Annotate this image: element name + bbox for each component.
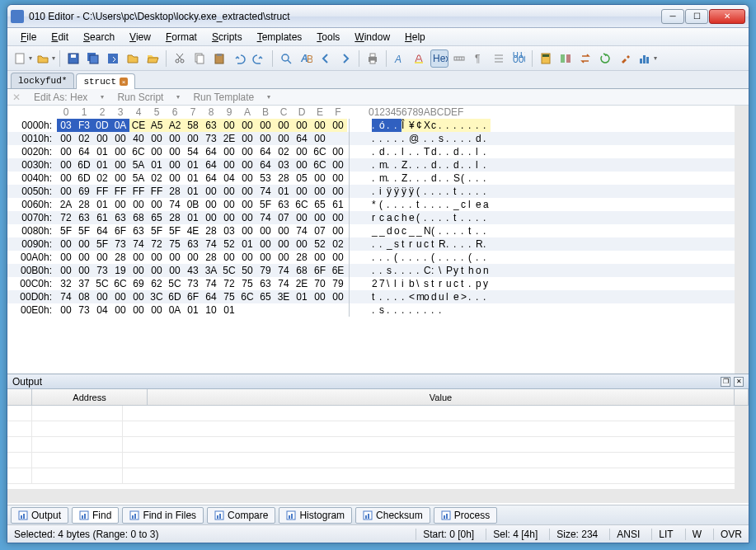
folder-icon[interactable] bbox=[124, 49, 142, 68]
byte-cell[interactable]: 00 bbox=[220, 185, 238, 198]
menu-help[interactable]: Help bbox=[398, 30, 432, 45]
edit-as-label[interactable]: Edit As: Hex bbox=[34, 92, 87, 103]
byte-cell[interactable]: 07 bbox=[275, 211, 293, 224]
menu-view[interactable]: View bbox=[123, 30, 157, 45]
byte-cell[interactable]: 74 bbox=[256, 211, 275, 224]
bottom-tab-find-in-files[interactable]: Find in Files bbox=[122, 507, 204, 524]
byte-cell[interactable]: 28 bbox=[111, 251, 129, 264]
byte-cell[interactable]: 00 bbox=[293, 237, 311, 251]
byte-cell[interactable]: 28 bbox=[75, 198, 93, 211]
byte-cell[interactable]: 00 bbox=[57, 172, 75, 185]
byte-cell[interactable]: 00 bbox=[311, 172, 329, 185]
byte-cell[interactable]: 63 bbox=[184, 237, 202, 251]
byte-cell[interactable]: 3C bbox=[148, 290, 166, 303]
menu-format[interactable]: Format bbox=[159, 30, 204, 45]
byte-cell[interactable]: 75 bbox=[166, 237, 184, 251]
byte-cell[interactable]: 61 bbox=[93, 211, 111, 224]
byte-cell[interactable]: 5C bbox=[93, 277, 111, 290]
byte-cell[interactable]: 02 bbox=[275, 145, 293, 158]
status-ovr[interactable]: OVR bbox=[713, 529, 742, 540]
byte-cell[interactable]: 00 bbox=[238, 185, 256, 198]
byte-cell[interactable]: 68 bbox=[129, 211, 148, 224]
byte-cell[interactable]: 00 bbox=[329, 224, 347, 237]
byte-cell[interactable]: 6D bbox=[75, 158, 93, 172]
titlebar[interactable]: 010 Editor - C:\Users\pc\Desktop\locky.e… bbox=[7, 5, 749, 28]
byte-cell[interactable]: 00 bbox=[166, 145, 184, 158]
close-button[interactable]: ✕ bbox=[709, 9, 745, 24]
byte-cell[interactable]: 07 bbox=[311, 224, 329, 237]
byte-cell[interactable]: 00 bbox=[329, 158, 347, 172]
byte-cell[interactable]: 2E bbox=[220, 132, 238, 145]
byte-cell[interactable]: 00 bbox=[57, 132, 75, 145]
byte-cell[interactable]: 64 bbox=[256, 145, 275, 158]
hex-row[interactable]: 0080h:5F5F646F635F5F4E2803000000740700__… bbox=[7, 224, 749, 237]
byte-cell[interactable]: 00 bbox=[275, 237, 293, 251]
byte-cell[interactable]: 01 bbox=[184, 303, 202, 317]
byte-cell[interactable]: 40 bbox=[129, 132, 148, 145]
ruler-icon[interactable] bbox=[450, 49, 468, 68]
col-value[interactable]: Value bbox=[148, 389, 735, 405]
hex-row[interactable]: 0090h:00005F73747275637452010000005202..… bbox=[7, 237, 749, 251]
ascii-cell[interactable]: .....@...s....d. bbox=[367, 132, 491, 145]
byte-cell[interactable]: 01 bbox=[93, 198, 111, 211]
byte-cell[interactable]: 00 bbox=[238, 251, 256, 264]
byte-cell[interactable]: 01 bbox=[184, 211, 202, 224]
find-text-icon[interactable]: AB bbox=[297, 49, 315, 68]
byte-cell[interactable]: 43 bbox=[184, 264, 202, 277]
col-address[interactable]: Address bbox=[32, 389, 148, 405]
next-icon[interactable] bbox=[336, 49, 355, 68]
byte-cell[interactable]: 00 bbox=[275, 132, 293, 145]
byte-cell[interactable]: 6E bbox=[329, 264, 347, 277]
output-close-icon[interactable]: ✕ bbox=[734, 377, 744, 387]
byte-cell[interactable]: 00 bbox=[311, 132, 329, 145]
tools-icon[interactable] bbox=[616, 49, 634, 68]
byte-cell[interactable]: 00 bbox=[238, 145, 256, 158]
byte-cell[interactable]: 00 bbox=[275, 119, 293, 132]
byte-cell[interactable]: 00 bbox=[57, 145, 75, 158]
folder-open-icon[interactable] bbox=[143, 49, 162, 68]
byte-cell[interactable]: 00 bbox=[220, 211, 238, 224]
byte-cell[interactable]: 00 bbox=[111, 303, 129, 317]
byte-cell[interactable]: 5A bbox=[129, 158, 148, 172]
byte-cell[interactable]: 00 bbox=[111, 198, 129, 211]
byte-cell[interactable]: 79 bbox=[329, 277, 347, 290]
byte-cell[interactable]: 00 bbox=[129, 198, 148, 211]
byte-cell[interactable]: 00 bbox=[93, 251, 111, 264]
paste-icon[interactable] bbox=[210, 49, 228, 68]
byte-cell[interactable]: 01 bbox=[220, 303, 238, 317]
byte-cell[interactable]: 00 bbox=[220, 119, 238, 132]
byte-cell[interactable]: 00 bbox=[311, 119, 329, 132]
search-icon[interactable] bbox=[277, 49, 295, 68]
byte-cell[interactable]: 32 bbox=[57, 277, 75, 290]
byte-cell[interactable]: 03 bbox=[57, 119, 75, 132]
byte-cell[interactable]: 63 bbox=[275, 198, 293, 211]
output-grid[interactable]: Address Value bbox=[7, 389, 749, 505]
byte-cell[interactable]: 00 bbox=[57, 158, 75, 172]
byte-cell[interactable]: 50 bbox=[238, 264, 256, 277]
byte-cell[interactable]: 5F bbox=[148, 224, 166, 237]
byte-cell[interactable]: 00 bbox=[129, 303, 148, 317]
byte-cell[interactable]: 00 bbox=[238, 211, 256, 224]
byte-cell[interactable]: 64 bbox=[202, 158, 220, 172]
byte-cell[interactable]: 00 bbox=[311, 251, 329, 264]
hex-row[interactable]: 0020h:006401006C0000546400006402006C00.d… bbox=[7, 145, 749, 158]
ascii-cell[interactable]: ..s....C:\Python bbox=[367, 264, 491, 277]
byte-cell[interactable]: 10 bbox=[202, 303, 220, 317]
byte-cell[interactable] bbox=[293, 303, 311, 317]
menu-tools[interactable]: Tools bbox=[310, 30, 346, 45]
byte-cell[interactable]: 00 bbox=[329, 172, 347, 185]
byte-cell[interactable]: 00 bbox=[311, 185, 329, 198]
hex-row[interactable]: 00C0h:32375C6C69625C7374727563742E707927… bbox=[7, 277, 749, 290]
byte-cell[interactable]: 00 bbox=[238, 198, 256, 211]
byte-cell[interactable]: 64 bbox=[93, 224, 111, 237]
byte-cell[interactable]: 74 bbox=[129, 237, 148, 251]
save-icon[interactable] bbox=[64, 49, 82, 68]
byte-cell[interactable] bbox=[238, 303, 256, 317]
byte-cell[interactable]: CE bbox=[129, 119, 148, 132]
byte-cell[interactable]: 00 bbox=[111, 172, 129, 185]
grid-hscroll[interactable] bbox=[7, 489, 749, 503]
byte-cell[interactable]: 00 bbox=[111, 158, 129, 172]
byte-cell[interactable]: 6C bbox=[293, 198, 311, 211]
byte-cell[interactable]: 5C bbox=[220, 264, 238, 277]
bottom-tab-find[interactable]: Find bbox=[72, 507, 119, 524]
